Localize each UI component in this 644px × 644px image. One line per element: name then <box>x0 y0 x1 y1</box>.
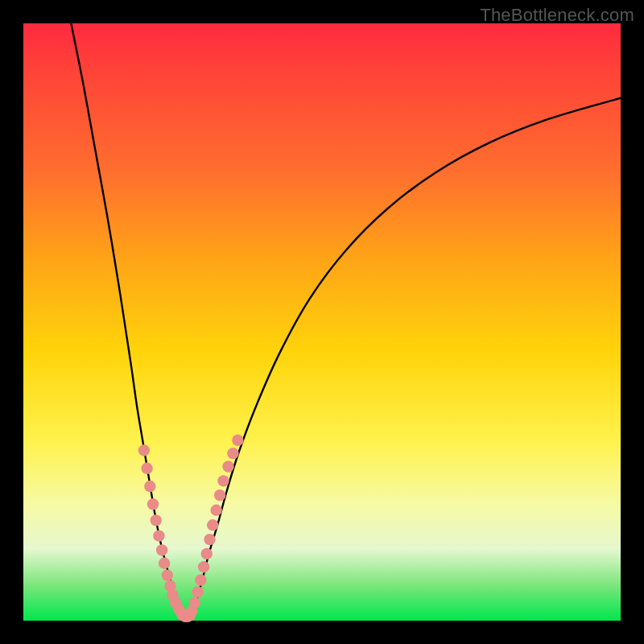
marker-dot <box>153 530 164 541</box>
marker-dot <box>192 586 203 597</box>
marker-dot <box>222 460 233 472</box>
curve-left-branch <box>71 23 182 613</box>
chart-svg <box>0 0 644 644</box>
marker-dot <box>159 558 170 569</box>
marker-dot <box>156 544 167 555</box>
marker-dot <box>151 514 162 526</box>
marker-dot <box>214 489 225 501</box>
marker-dot <box>204 534 215 545</box>
marker-dot <box>184 609 196 621</box>
marker-dot <box>201 548 213 559</box>
curve-right-branch <box>191 98 621 613</box>
marker-dot <box>207 519 218 530</box>
marker-dot <box>162 569 173 580</box>
marker-dot <box>189 597 200 609</box>
marker-dot <box>138 444 150 456</box>
outer-frame: TheBottleneck.com <box>0 0 644 644</box>
marker-dot <box>147 498 159 510</box>
marker-layer <box>138 435 244 622</box>
marker-dot <box>144 481 155 492</box>
marker-dot <box>210 505 221 516</box>
watermark-text: TheBottleneck.com <box>480 5 634 26</box>
marker-dot <box>198 561 209 572</box>
marker-dot <box>195 574 206 585</box>
marker-dot <box>217 475 229 486</box>
marker-dot <box>227 448 238 459</box>
marker-dot <box>232 435 243 446</box>
marker-dot <box>141 463 152 474</box>
